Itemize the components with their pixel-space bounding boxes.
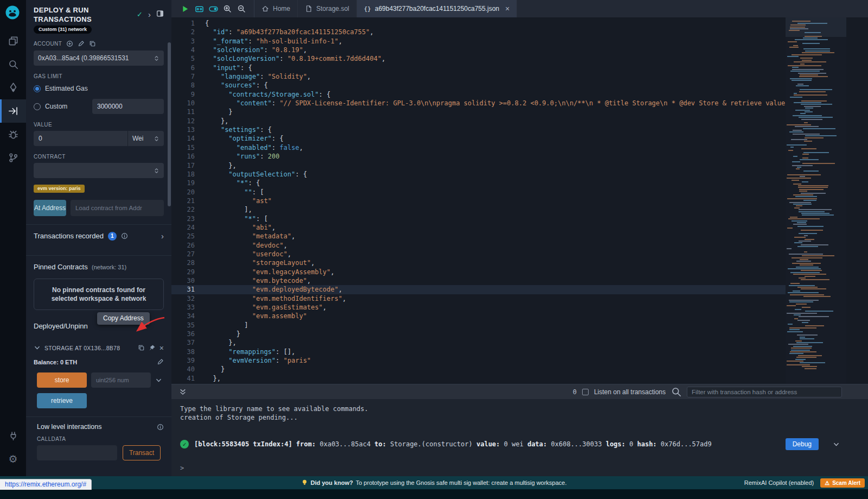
code-line: 39 "evmVersion": "paris"	[171, 356, 786, 365]
scam-alert-button[interactable]: ⚠Scam Alert	[820, 478, 865, 488]
editor-toolbar: HomeStorage.sol{}a69b43f277ba20fcac14115…	[171, 0, 868, 17]
terminal-body[interactable]: Type the library name to see available c…	[171, 399, 868, 476]
remix-ide: ⚙ DEPLOY & RUN TRANSACTIONS ✓ › Custom (…	[0, 0, 868, 499]
copilot-status[interactable]: RemixAI Copilot (enabled)	[744, 479, 814, 486]
store-button[interactable]: store	[37, 372, 87, 388]
expand-params-icon[interactable]	[155, 377, 162, 384]
chevron-down-icon[interactable]	[34, 344, 41, 351]
run-script-button[interactable]	[178, 5, 192, 13]
code-line: 33 "evm.gasEstimates",	[171, 303, 786, 312]
copy-address-icon[interactable]	[138, 344, 145, 351]
close-contract-icon[interactable]: ×	[159, 345, 164, 351]
code-line: 10 "content": "// SPDX-License-Identifie…	[171, 99, 786, 108]
code-line: 41 },	[171, 374, 786, 383]
tab-close-icon[interactable]: ×	[505, 4, 509, 13]
edit-balance-icon[interactable]	[157, 358, 164, 365]
custom-gas-option: Custom	[26, 99, 171, 114]
minimap[interactable]	[786, 17, 846, 384]
value-label: VALUE	[26, 122, 171, 128]
search-icon	[671, 387, 681, 397]
at-address-button[interactable]: At Address	[34, 200, 66, 216]
chevron-right-icon[interactable]: ›	[148, 10, 151, 19]
account-label: ACCOUNT	[34, 41, 62, 47]
pin-panel-icon[interactable]	[156, 10, 164, 19]
value-unit-select[interactable]: Wei	[127, 131, 164, 146]
sidebar-item-plugin-manager[interactable]	[0, 424, 26, 447]
zoom-in-button[interactable]	[220, 4, 234, 13]
stepper-icon	[154, 55, 159, 61]
code-line: 21 "ast"	[171, 197, 786, 205]
code-line: 29 "evm.legacyAssembly",	[171, 268, 786, 276]
code-line: 40 }	[171, 365, 786, 374]
listen-checkbox[interactable]	[582, 389, 589, 395]
chevron-right-icon[interactable]: ›	[161, 231, 164, 241]
code-line: 36 }	[171, 330, 786, 338]
deployed-contract-header[interactable]: STORAGE AT 0X136...8B78 ×	[26, 344, 171, 351]
create-account-icon[interactable]	[66, 40, 73, 47]
remix-logo-icon[interactable]	[4, 4, 22, 22]
retrieve-button[interactable]: retrieve	[37, 393, 87, 408]
sidebar-item-workspace[interactable]	[0, 29, 26, 53]
tab-Home[interactable]: Home	[254, 0, 298, 17]
sidebar-item-solidity-compiler[interactable]	[0, 76, 26, 99]
sidebar-item-search[interactable]	[0, 53, 26, 76]
tab-Storage.sol[interactable]: Storage.sol	[298, 0, 357, 17]
icon-rail-items	[0, 29, 26, 169]
code-editor[interactable]: 1{2 "id": "a69b43f277ba20fcac141151250ca…	[171, 17, 868, 384]
tab-a69b43f277ba20fcac141151250ca755.json[interactable]: {}a69b43f277ba20fcac141151250ca755.json×	[357, 0, 518, 17]
edit-account-icon[interactable]	[78, 40, 85, 47]
radio-selected-icon[interactable]	[34, 85, 41, 92]
debug-button[interactable]: Debug	[786, 438, 819, 450]
recorder-icon[interactable]	[192, 4, 206, 14]
code-line: 7 "language": "Solidity",	[171, 72, 786, 81]
contract-select[interactable]	[34, 163, 164, 178]
code-line: 34 "evm.assembly"	[171, 312, 786, 320]
zoom-out-button[interactable]	[234, 4, 248, 13]
store-param-input[interactable]	[91, 372, 151, 388]
code-line: 27 "userdoc",	[171, 250, 786, 258]
estimated-gas-option[interactable]: Estimated Gas	[26, 83, 171, 94]
code-line: 4 "solcVersion": "0.8.19",	[171, 46, 786, 54]
pinned-contracts-title: Pinned Contracts	[34, 263, 88, 271]
terminal-prompt[interactable]: >	[180, 464, 868, 472]
value-unit: Wei	[132, 135, 143, 142]
code-line: 31 "evm.deployedBytecode",	[171, 285, 786, 294]
custom-gas-input[interactable]	[92, 99, 164, 114]
code-line: 3 "_format": "hh-sol-build-info-1",	[171, 37, 786, 46]
custom-gas-label: Custom	[45, 103, 67, 110]
transact-button[interactable]: Transact	[123, 445, 161, 460]
sidebar-item-git[interactable]	[0, 146, 26, 169]
icon-rail-bottom: ⚙	[0, 424, 26, 476]
terminal-collapse-icon[interactable]	[179, 388, 187, 396]
transactions-recorded-row[interactable]: Transactions recorded 1 ›	[26, 225, 171, 247]
gas-limit-label: GAS LIMIT	[26, 73, 171, 79]
code-line: 30 "evm.bytecode",	[171, 276, 786, 285]
pinned-empty-message: No pinned contracts found for selected w…	[34, 279, 164, 310]
terminal-status-line: creation of Storage pending...	[180, 413, 868, 422]
radio-unselected-icon[interactable]	[34, 103, 41, 110]
transactions-recorded-label: Transactions recorded	[34, 232, 104, 240]
account-select[interactable]: 0xA03...85ac4 (0.39866531531	[34, 50, 164, 66]
copilot-toggle[interactable]	[206, 4, 220, 14]
sidebar-item-deploy-run[interactable]	[0, 99, 26, 123]
at-address-input[interactable]	[71, 200, 164, 216]
code-rows: 1{2 "id": "a69b43f277ba20fcac141151250ca…	[171, 17, 786, 383]
panel-scrollbar[interactable]	[168, 42, 171, 206]
terminal-toolbar: 0 Listen on all transactions	[171, 384, 868, 399]
code-line: 16 "runs": 200	[171, 152, 786, 161]
success-check-icon: ✓	[180, 440, 189, 449]
sidebar-item-debugger[interactable]	[0, 123, 26, 146]
copy-account-icon[interactable]	[89, 40, 96, 47]
code-line: 28 "storageLayout",	[171, 258, 786, 267]
pin-contract-icon[interactable]	[149, 344, 156, 351]
calldata-input[interactable]	[37, 445, 117, 460]
transaction-log-row[interactable]: ✓ [block:5583405 txIndex:4] from: 0xa03.…	[180, 438, 868, 450]
deployed-contract-label: STORAGE AT 0X136...8B78	[44, 345, 134, 351]
sidebar-item-settings[interactable]: ⚙	[0, 447, 26, 471]
filter-input[interactable]	[687, 387, 842, 397]
value-input[interactable]	[34, 131, 127, 146]
code-line: 15 "enabled": false,	[171, 143, 786, 152]
tx-expand-icon[interactable]	[833, 441, 840, 448]
warning-icon: ⚠	[825, 480, 829, 486]
code-line: 12 },	[171, 117, 786, 125]
